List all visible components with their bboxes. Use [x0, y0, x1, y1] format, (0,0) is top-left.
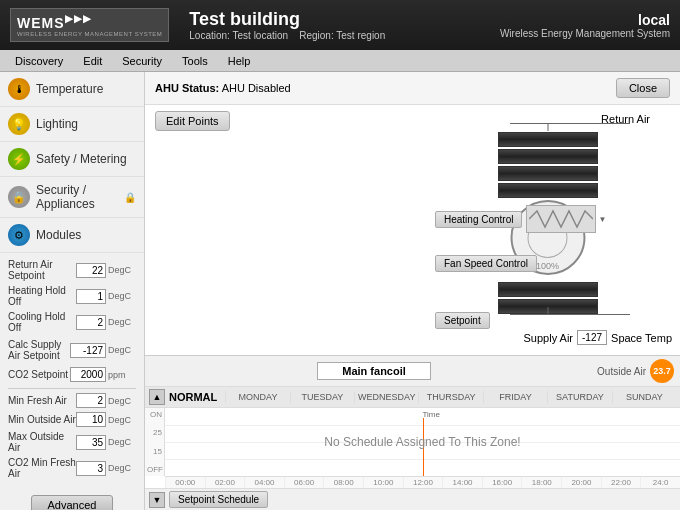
menu-help[interactable]: Help	[218, 53, 261, 69]
logo-subtitle: WIRELESS ENERGY MANAGEMENT SYSTEM	[17, 31, 162, 37]
sidebar-item-modules[interactable]: ⚙ Modules	[0, 218, 144, 253]
setpoint-row: Setpoint	[435, 310, 490, 331]
sidebar-item-security[interactable]: 🔒 Security / Appliances 🔒	[0, 177, 144, 218]
menu-discovery[interactable]: Discovery	[5, 53, 73, 69]
sidebar-item-safety[interactable]: ⚡ Safety / Metering	[0, 142, 144, 177]
fresh-air-section: Min Fresh Air DegC Min Outside Air DegC …	[8, 388, 136, 479]
lighting-icon: 💡	[8, 113, 30, 135]
ahu-diagram-area: Edit Points Return Air 100%	[145, 105, 680, 355]
wave-svg	[529, 207, 593, 231]
cooling-hold-off-input[interactable]	[76, 315, 106, 330]
sidebar-params: Return Air Setpoint DegC Heating Hold Of…	[0, 253, 144, 489]
fancoil-center: Main fancoil	[151, 362, 597, 380]
main-layout: 🌡 Temperature 💡 Lighting ⚡ Safety / Mete…	[0, 72, 680, 510]
time-14: 14:00	[442, 477, 482, 488]
outside-air-badge: 23.7	[650, 359, 674, 383]
schedule-area: Main fancoil Outside Air 23.7 ▲ NORMAL M…	[145, 356, 680, 510]
line-return	[510, 123, 630, 124]
y-label-15: 15	[147, 447, 162, 456]
security-icon: 🔒	[8, 186, 30, 208]
header-right: local Wireless Energy Management System	[500, 12, 670, 39]
time-20: 20:00	[561, 477, 601, 488]
param-return-air-setpoint: Return Air Setpoint DegC	[8, 259, 136, 281]
logo: WEMS▶▶▶ WIRELESS ENERGY MANAGEMENT SYSTE…	[10, 8, 169, 42]
bottom-controls: ▼ Setpoint Schedule	[145, 488, 680, 510]
supply-air-value: -127	[577, 330, 607, 345]
temp-icon: 🌡	[8, 78, 30, 100]
fan-speed-button[interactable]: Fan Speed Control	[435, 255, 537, 272]
menu-edit[interactable]: Edit	[73, 53, 112, 69]
y-axis: ON 25 15 OFF	[145, 408, 165, 476]
co2-setpoint-input[interactable]	[70, 367, 106, 382]
y-label-on: ON	[147, 410, 162, 419]
logo-text: WEMS▶▶▶	[17, 13, 162, 31]
up-arrow-btn[interactable]: ▲	[149, 389, 165, 405]
min-outside-air-input[interactable]	[76, 412, 106, 427]
schedule-header: ▲ NORMAL MONDAY TUESDAY WEDNESDAY THURSD…	[145, 387, 680, 408]
menubar: Discovery Edit Security Tools Help	[0, 50, 680, 72]
menu-security[interactable]: Security	[112, 53, 172, 69]
time-axis: 00:00 02:00 04:00 06:00 08:00 10:00 12:0…	[165, 476, 680, 488]
day-wednesday: WEDNESDAY	[354, 391, 418, 403]
heating-control-button[interactable]: Heating Control	[435, 211, 522, 228]
param-heating-hold-off: Heating Hold Off DegC	[8, 285, 136, 307]
supply-air-row: Supply Air -127 Space Temp	[524, 330, 673, 345]
return-air-coils	[483, 130, 613, 200]
time-24: 24:0	[640, 477, 680, 488]
calc-supply-input[interactable]	[70, 343, 106, 358]
supply-air-label: Supply Air	[524, 332, 574, 344]
system-name: Wireless Energy Management System	[500, 28, 670, 39]
return-air-setpoint-input[interactable]	[76, 263, 106, 278]
line-supply	[510, 314, 630, 315]
param-min-outside-air: Min Outside Air DegC	[8, 412, 136, 427]
sidebar-label-lighting: Lighting	[36, 117, 78, 131]
sidebar-item-temperature[interactable]: 🌡 Temperature	[0, 72, 144, 107]
param-cooling-hold-off: Cooling Hold Off DegC	[8, 311, 136, 333]
close-button[interactable]: Close	[616, 78, 670, 98]
building-location: Location: Test location Region: Test reg…	[189, 30, 500, 41]
max-outside-air-input[interactable]	[76, 435, 106, 450]
param-co2-min-fresh: CO2 Min Fresh Air DegC	[8, 457, 136, 479]
space-temp-label: Space Temp	[611, 332, 672, 344]
advanced-button[interactable]: Advanced	[31, 495, 114, 510]
edit-points-button[interactable]: Edit Points	[155, 111, 230, 131]
content-area: AHU Status: AHU Disabled Close Edit Poin…	[145, 72, 680, 510]
day-headers: MONDAY TUESDAY WEDNESDAY THURSDAY FRIDAY…	[225, 391, 676, 403]
min-fresh-air-input[interactable]	[76, 393, 106, 408]
building-info: Test building Location: Test location Re…	[179, 9, 500, 41]
menu-tools[interactable]: Tools	[172, 53, 218, 69]
setpoint-schedule-button[interactable]: Setpoint Schedule	[169, 491, 268, 508]
safety-icon: ⚡	[8, 148, 30, 170]
outside-air-label: Outside Air	[597, 366, 646, 377]
day-monday: MONDAY	[225, 391, 289, 403]
time-10: 10:00	[363, 477, 403, 488]
day-friday: FRIDAY	[483, 391, 547, 403]
ahu-status-text: AHU Status: AHU Disabled	[155, 82, 291, 94]
fancoil-bar: Main fancoil Outside Air 23.7	[145, 356, 680, 387]
time-12: 12:00	[403, 477, 443, 488]
sidebar-item-lighting[interactable]: 💡 Lighting	[0, 107, 144, 142]
ahu-label: AHU Status:	[155, 82, 219, 94]
down-arrow-btn[interactable]: ▼	[149, 492, 165, 508]
fan-speed-row: Fan Speed Control	[435, 253, 537, 274]
time-02: 02:00	[205, 477, 245, 488]
ahu-status-value: AHU Disabled	[222, 82, 291, 94]
connection-status: local	[500, 12, 670, 28]
chart-container: ON 25 15 OFF Time	[145, 408, 680, 476]
sidebar-label-security: Security / Appliances	[36, 183, 122, 211]
co2-min-fresh-input[interactable]	[76, 461, 106, 476]
param-min-fresh-air: Min Fresh Air DegC	[8, 393, 136, 408]
heating-control-row: Heating Control ▼	[435, 205, 606, 233]
y-label-25: 25	[147, 428, 162, 437]
bottom-section: Main fancoil Outside Air 23.7 ▲ NORMAL M…	[145, 355, 680, 510]
sidebar-label-modules: Modules	[36, 228, 81, 242]
chevron-down-icon: ▼	[598, 215, 606, 224]
heating-hold-off-input[interactable]	[76, 289, 106, 304]
y-label-off: OFF	[147, 465, 162, 474]
no-schedule-message: No Schedule Assigned To This Zone!	[324, 435, 520, 449]
schedule-mode: NORMAL	[169, 391, 217, 403]
fancoil-label: Main fancoil	[317, 362, 431, 380]
line-top	[547, 123, 548, 131]
time-16: 16:00	[482, 477, 522, 488]
setpoint-button[interactable]: Setpoint	[435, 312, 490, 329]
